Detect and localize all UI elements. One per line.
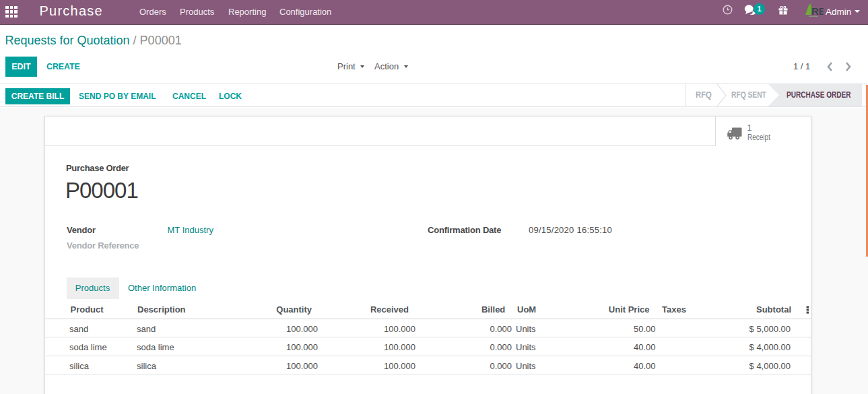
svg-text:RE: RE — [811, 5, 824, 17]
